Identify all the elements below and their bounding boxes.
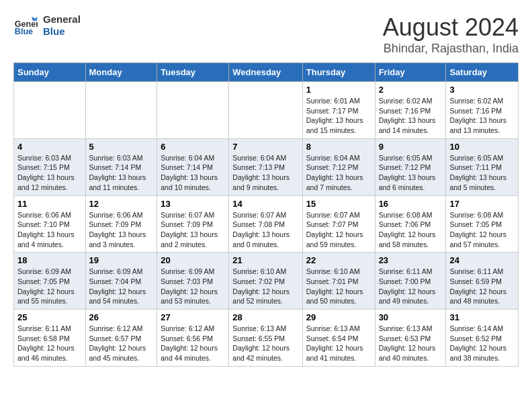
day-number: 29 (306, 312, 371, 322)
day-info: Sunrise: 6:07 AMSunset: 7:09 PMDaylight:… (161, 210, 225, 250)
day-info: Sunrise: 6:08 AMSunset: 7:05 PMDaylight:… (449, 210, 515, 250)
day-info: Sunrise: 6:10 AMSunset: 7:01 PMDaylight:… (306, 267, 371, 306)
day-info: Sunrise: 6:13 AMSunset: 6:54 PMDaylight:… (306, 324, 371, 363)
day-info: Sunrise: 6:07 AMSunset: 7:08 PMDaylight:… (232, 210, 298, 250)
day-info: Sunrise: 6:04 AMSunset: 7:14 PMDaylight:… (161, 153, 225, 193)
day-number: 22 (306, 255, 371, 265)
calendar-cell: 27Sunrise: 6:12 AMSunset: 6:56 PMDayligh… (157, 310, 229, 367)
calendar-cell: 20Sunrise: 6:09 AMSunset: 7:03 PMDayligh… (157, 253, 229, 310)
day-number: 19 (89, 255, 154, 265)
day-info: Sunrise: 6:02 AMSunset: 7:16 PMDaylight:… (379, 96, 443, 136)
day-number: 21 (232, 255, 298, 265)
day-info: Sunrise: 6:03 AMSunset: 7:14 PMDaylight:… (89, 153, 154, 193)
day-number: 12 (89, 199, 154, 209)
calendar-week-row: 1Sunrise: 6:01 AMSunset: 7:17 PMDaylight… (14, 82, 519, 139)
header-saturday: Saturday (446, 63, 519, 82)
day-info: Sunrise: 6:14 AMSunset: 6:52 PMDaylight:… (449, 324, 515, 363)
logo-icon: General Blue (13, 13, 38, 38)
day-number: 20 (161, 255, 225, 265)
day-number: 24 (449, 255, 515, 265)
day-number: 13 (161, 199, 225, 209)
calendar-cell: 25Sunrise: 6:11 AMSunset: 6:58 PMDayligh… (14, 310, 86, 367)
calendar-cell: 21Sunrise: 6:10 AMSunset: 7:02 PMDayligh… (229, 253, 302, 310)
day-number: 30 (379, 312, 443, 322)
day-info: Sunrise: 6:04 AMSunset: 7:12 PMDaylight:… (306, 153, 371, 193)
calendar-cell: 28Sunrise: 6:13 AMSunset: 6:55 PMDayligh… (229, 310, 302, 367)
day-number: 4 (17, 142, 82, 152)
day-info: Sunrise: 6:05 AMSunset: 7:12 PMDaylight:… (379, 153, 443, 193)
calendar-cell: 23Sunrise: 6:11 AMSunset: 7:00 PMDayligh… (375, 253, 446, 310)
header-tuesday: Tuesday (157, 63, 229, 82)
calendar-cell: 18Sunrise: 6:09 AMSunset: 7:05 PMDayligh… (14, 253, 86, 310)
day-number: 5 (89, 142, 154, 152)
header-thursday: Thursday (302, 63, 375, 82)
calendar-cell (157, 82, 229, 139)
calendar-cell: 13Sunrise: 6:07 AMSunset: 7:09 PMDayligh… (157, 195, 229, 253)
day-number: 31 (449, 312, 515, 322)
svg-text:Blue: Blue (15, 27, 33, 36)
calendar-title-area: August 2024 Bhindar, Rajasthan, India (383, 13, 519, 56)
calendar-table: SundayMondayTuesdayWednesdayThursdayFrid… (13, 62, 519, 367)
calendar-cell: 4Sunrise: 6:03 AMSunset: 7:15 PMDaylight… (14, 138, 86, 195)
day-number: 9 (379, 142, 443, 152)
day-number: 28 (232, 312, 298, 322)
day-number: 6 (161, 142, 225, 152)
day-info: Sunrise: 6:03 AMSunset: 7:15 PMDaylight:… (17, 153, 82, 193)
calendar-cell: 15Sunrise: 6:07 AMSunset: 7:07 PMDayligh… (302, 195, 375, 253)
logo-text-line2: Blue (43, 26, 81, 38)
calendar-cell: 24Sunrise: 6:11 AMSunset: 6:59 PMDayligh… (446, 253, 519, 310)
header-wednesday: Wednesday (229, 63, 302, 82)
calendar-cell: 6Sunrise: 6:04 AMSunset: 7:14 PMDaylight… (157, 138, 229, 195)
day-number: 8 (306, 142, 371, 152)
calendar-cell (85, 82, 157, 139)
day-info: Sunrise: 6:11 AMSunset: 6:59 PMDaylight:… (449, 267, 515, 306)
header-sunday: Sunday (14, 63, 86, 82)
calendar-cell: 19Sunrise: 6:09 AMSunset: 7:04 PMDayligh… (85, 253, 157, 310)
calendar-cell: 10Sunrise: 6:05 AMSunset: 7:11 PMDayligh… (446, 138, 519, 195)
calendar-cell: 1Sunrise: 6:01 AMSunset: 7:17 PMDaylight… (302, 82, 375, 139)
day-number: 16 (379, 199, 443, 209)
day-number: 7 (232, 142, 298, 152)
day-number: 14 (232, 199, 298, 209)
calendar-week-row: 25Sunrise: 6:11 AMSunset: 6:58 PMDayligh… (14, 310, 519, 367)
day-number: 10 (449, 142, 515, 152)
day-info: Sunrise: 6:13 AMSunset: 6:55 PMDaylight:… (232, 324, 298, 363)
calendar-cell: 26Sunrise: 6:12 AMSunset: 6:57 PMDayligh… (85, 310, 157, 367)
calendar-week-row: 11Sunrise: 6:06 AMSunset: 7:10 PMDayligh… (14, 195, 519, 253)
page-header: General Blue General Blue August 2024 Bh… (13, 13, 519, 56)
calendar-cell: 3Sunrise: 6:02 AMSunset: 7:16 PMDaylight… (446, 82, 519, 139)
day-info: Sunrise: 6:12 AMSunset: 6:56 PMDaylight:… (161, 324, 225, 363)
day-info: Sunrise: 6:09 AMSunset: 7:03 PMDaylight:… (161, 267, 225, 306)
calendar-week-row: 18Sunrise: 6:09 AMSunset: 7:05 PMDayligh… (14, 253, 519, 310)
calendar-cell (229, 82, 302, 139)
day-number: 15 (306, 199, 371, 209)
day-info: Sunrise: 6:12 AMSunset: 6:57 PMDaylight:… (89, 324, 154, 363)
header-monday: Monday (85, 63, 157, 82)
day-info: Sunrise: 6:13 AMSunset: 6:53 PMDaylight:… (379, 324, 443, 363)
day-number: 18 (17, 255, 82, 265)
day-info: Sunrise: 6:06 AMSunset: 7:10 PMDaylight:… (17, 210, 82, 250)
calendar-cell: 16Sunrise: 6:08 AMSunset: 7:06 PMDayligh… (375, 195, 446, 253)
calendar-week-row: 4Sunrise: 6:03 AMSunset: 7:15 PMDaylight… (14, 138, 519, 195)
day-info: Sunrise: 6:01 AMSunset: 7:17 PMDaylight:… (306, 96, 371, 136)
day-number: 26 (89, 312, 154, 322)
calendar-cell: 2Sunrise: 6:02 AMSunset: 7:16 PMDaylight… (375, 82, 446, 139)
calendar-cell: 12Sunrise: 6:06 AMSunset: 7:09 PMDayligh… (85, 195, 157, 253)
calendar-month-year: August 2024 (383, 13, 519, 42)
day-info: Sunrise: 6:10 AMSunset: 7:02 PMDaylight:… (232, 267, 298, 306)
day-number: 2 (379, 85, 443, 95)
day-info: Sunrise: 6:08 AMSunset: 7:06 PMDaylight:… (379, 210, 443, 250)
day-info: Sunrise: 6:11 AMSunset: 6:58 PMDaylight:… (17, 324, 82, 363)
calendar-cell: 30Sunrise: 6:13 AMSunset: 6:53 PMDayligh… (375, 310, 446, 367)
day-info: Sunrise: 6:09 AMSunset: 7:05 PMDaylight:… (17, 267, 82, 306)
day-number: 17 (449, 199, 515, 209)
calendar-cell: 7Sunrise: 6:04 AMSunset: 7:13 PMDaylight… (229, 138, 302, 195)
calendar-cell: 11Sunrise: 6:06 AMSunset: 7:10 PMDayligh… (14, 195, 86, 253)
day-number: 11 (17, 199, 82, 209)
calendar-cell: 17Sunrise: 6:08 AMSunset: 7:05 PMDayligh… (446, 195, 519, 253)
calendar-location: Bhindar, Rajasthan, India (383, 42, 519, 56)
calendar-cell: 9Sunrise: 6:05 AMSunset: 7:12 PMDaylight… (375, 138, 446, 195)
calendar-cell: 8Sunrise: 6:04 AMSunset: 7:12 PMDaylight… (302, 138, 375, 195)
day-info: Sunrise: 6:02 AMSunset: 7:16 PMDaylight:… (449, 96, 515, 136)
calendar-header-row: SundayMondayTuesdayWednesdayThursdayFrid… (14, 63, 519, 82)
